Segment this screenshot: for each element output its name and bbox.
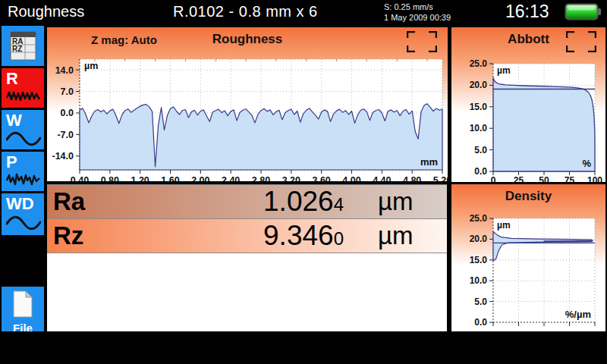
panel-title: Roughness: [47, 32, 448, 47]
sidebar-item-ra-rz-table[interactable]: RA RZ: [2, 26, 44, 66]
file-document-icon: [11, 290, 35, 318]
focus-bracket-icon: [407, 31, 437, 52]
parameter-value: 1.0264: [263, 185, 344, 221]
svg-text:10.0: 10.0: [470, 123, 488, 133]
parameter-unit: µm: [378, 219, 414, 252]
svg-text:25.0: 25.0: [470, 213, 488, 224]
svg-text:µm: µm: [84, 61, 98, 71]
clock: 16:13: [505, 2, 549, 22]
svg-text:1.20: 1.20: [131, 175, 149, 181]
svg-text:-7.0: -7.0: [57, 130, 74, 140]
svg-text:mm: mm: [420, 156, 438, 168]
svg-text:µm: µm: [497, 65, 511, 76]
svg-text:0.0: 0.0: [474, 317, 487, 328]
svg-text:7.0: 7.0: [61, 86, 74, 97]
svg-text:25: 25: [514, 175, 524, 182]
roughness-chart: 0.400.801.201.602.002.402.803.203.604.00…: [47, 56, 448, 181]
svg-text:50: 50: [539, 175, 549, 182]
table-icon: RA RZ: [2, 26, 44, 66]
svg-text:3.20: 3.20: [282, 175, 300, 181]
svg-text:10.0: 10.0: [470, 275, 488, 286]
speed-datetime-block: S: 0.25 mm/s 1 May 2009 00:39: [384, 2, 451, 23]
last-digit: 0: [334, 228, 344, 249]
svg-text:4.40: 4.40: [373, 175, 391, 181]
roughness-profile-panel[interactable]: Z mag: Auto Roughness 0.400.801.201.602.…: [47, 27, 448, 181]
svg-text:4.00: 4.00: [342, 175, 360, 181]
device-screen: Roughness R.0102 - 0.8 mm x 6 S: 0.25 mm…: [0, 0, 607, 364]
roughness-wave-icon: [6, 88, 41, 103]
density-panel[interactable]: Density 0.05.010.015.020.025.0µm%/µm: [451, 184, 605, 331]
svg-text:%/µm: %/µm: [565, 309, 591, 320]
parameter-value: 9.3460: [263, 219, 344, 255]
svg-text:4.80: 4.80: [403, 175, 421, 181]
svg-text:15.0: 15.0: [470, 102, 488, 112]
sidebar-item-wd[interactable]: WD: [2, 193, 44, 235]
svg-text:15.0: 15.0: [470, 255, 488, 265]
svg-text:0.0: 0.0: [474, 166, 487, 177]
measurement-program[interactable]: R.0102 - 0.8 mm x 6: [173, 3, 318, 20]
sidebar-item-primary[interactable]: P: [2, 152, 44, 191]
svg-text:100: 100: [587, 175, 602, 182]
parameter-unit: µm: [378, 185, 414, 218]
svg-text:RZ: RZ: [12, 45, 22, 53]
result-row-rz[interactable]: Rz 9.3460 µm: [47, 219, 447, 253]
svg-text:0.40: 0.40: [71, 175, 89, 181]
svg-text:1.60: 1.60: [161, 175, 179, 181]
bottom-toolbar: Home Back M/D: [0, 331, 607, 364]
svg-text:2.00: 2.00: [191, 175, 209, 181]
svg-text:%: %: [582, 158, 591, 169]
svg-text:5.0: 5.0: [474, 145, 487, 155]
battery-icon: [565, 2, 602, 22]
svg-text:5.20: 5.20: [433, 175, 448, 181]
datetime: 1 May 2009 00:39: [384, 12, 451, 23]
svg-text:0: 0: [491, 175, 496, 182]
svg-text:0.0: 0.0: [61, 108, 74, 118]
wd-wave-icon: [6, 213, 41, 231]
svg-text:75: 75: [565, 175, 575, 182]
sidebar-item-roughness[interactable]: R: [2, 68, 44, 108]
panel-title: Density: [451, 189, 605, 204]
abbott-curve-panel[interactable]: Abbott 02550751000.05.010.015.020.025.0µ…: [451, 27, 605, 182]
last-digit: 4: [334, 194, 344, 215]
sidebar-item-label: WD: [6, 195, 44, 213]
svg-text:2.40: 2.40: [222, 175, 240, 181]
svg-text:3.60: 3.60: [312, 175, 330, 181]
sidebar-item-label: R: [6, 70, 44, 88]
svg-text:2.80: 2.80: [252, 175, 270, 181]
sidebar-item-waviness[interactable]: W: [2, 110, 44, 149]
sidebar-item-label: W: [6, 111, 44, 130]
parameter-name: Rz: [53, 219, 83, 252]
svg-text:25.0: 25.0: [470, 58, 488, 69]
top-status-bar: Roughness R.0102 - 0.8 mm x 6 S: 0.25 mm…: [0, 0, 607, 26]
svg-text:-14.0: -14.0: [52, 151, 74, 162]
sidebar-item-label: P: [6, 153, 44, 171]
svg-text:µm: µm: [497, 220, 511, 231]
svg-text:20.0: 20.0: [470, 80, 488, 90]
sidebar-item-file[interactable]: File: [2, 287, 44, 331]
result-row-ra[interactable]: Ra 1.0264 µm: [47, 184, 447, 219]
density-chart: 0.05.010.015.020.025.0µm%/µm: [451, 205, 605, 331]
svg-text:0.80: 0.80: [101, 175, 119, 181]
results-list: Ra 1.0264 µm Rz 9.3460 µm: [47, 184, 449, 331]
svg-text:20.0: 20.0: [470, 234, 488, 244]
traverse-speed: S: 0.25 mm/s: [384, 2, 451, 12]
page-title: Roughness: [8, 3, 84, 20]
svg-text:14.0: 14.0: [55, 65, 74, 76]
abbott-chart: 02550751000.05.010.015.020.025.0µm%: [451, 49, 605, 182]
parameter-name: Ra: [53, 185, 85, 218]
smooth-wave-icon: [6, 130, 41, 146]
primary-profile-wave-icon: [6, 171, 41, 188]
svg-text:5.0: 5.0: [474, 297, 487, 307]
